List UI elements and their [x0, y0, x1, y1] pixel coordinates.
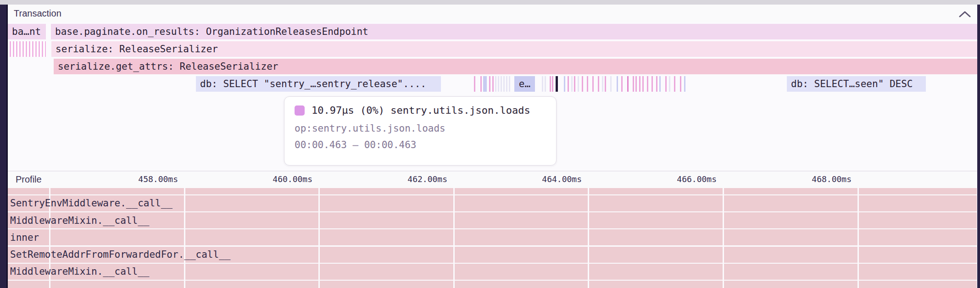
- profile-frame-row[interactable]: SentryEnvMiddleware.__call__: [8, 195, 977, 211]
- tooltip-swatch-icon: [295, 105, 305, 116]
- span-tooltip: 10.97μs (0%) sentry.utils.json.loads op:…: [284, 96, 557, 166]
- tooltip-op-line: op:sentry.utils.json.loads: [295, 123, 546, 134]
- profile-frame-row[interactable]: SetRemoteAddrFromForwardedFor.__call__: [8, 247, 977, 263]
- profile-frame-label: SetRemoteAddrFromForwardedFor.__call__: [8, 249, 230, 260]
- tooltip-time-range: 00:00.463 — 00:00.463: [295, 139, 546, 150]
- profile-frame-label: MiddlewareMixin.__call__: [8, 266, 149, 277]
- profile-frame-row[interactable]: MiddlewareMixin.__call__: [8, 212, 977, 228]
- profile-frame-label: inner: [8, 232, 39, 243]
- profile-frame-row[interactable]: inner: [8, 229, 977, 245]
- profile-frame-label: SentryEnvMiddleware.__call__: [8, 198, 173, 209]
- profile-frame-label: MiddlewareMixin.__call__: [8, 215, 149, 226]
- profile-frame-row-partial[interactable]: [8, 281, 977, 288]
- tooltip-duration-line: 10.97μs (0%) sentry.utils.json.loads: [295, 105, 546, 116]
- profile-frame-row[interactable]: MiddlewareMixin.__call__: [8, 264, 977, 280]
- tooltip-headline: 10.97μs (0%) sentry.utils.json.loads: [312, 105, 530, 116]
- profile-frame-row-partial[interactable]: [8, 188, 977, 194]
